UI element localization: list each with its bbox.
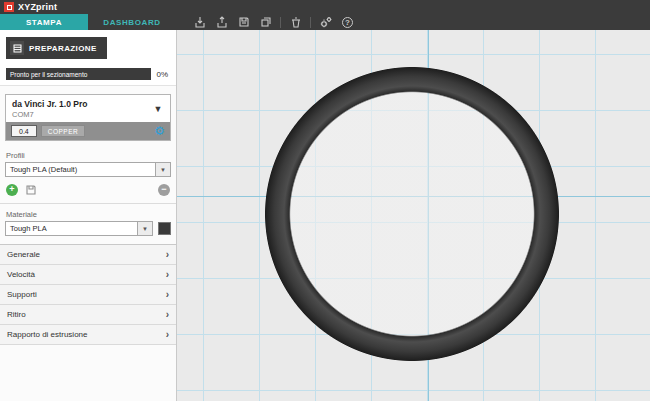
progress-label: Pronto per il sezionamento — [6, 68, 151, 80]
material-label: Materiale — [6, 210, 171, 219]
chevron-right-icon: › — [166, 250, 169, 260]
clone-icon[interactable] — [258, 15, 273, 30]
toolbar-separator — [280, 17, 281, 28]
accordion-label: Ritiro — [7, 310, 166, 319]
settings-icon[interactable] — [318, 15, 333, 30]
delete-icon[interactable] — [288, 15, 303, 30]
toolbar: ? — [192, 14, 355, 30]
export-icon[interactable] — [214, 15, 229, 30]
main-body: PREPARAZIONE Pronto per il sezionamento … — [0, 30, 650, 401]
profile-select[interactable]: Tough PLA (Default) ▼ — [5, 162, 171, 177]
printer-selector: da Vinci Jr. 1.0 Pro COM7 ▼ 0.4 COPPER ⚙ — [5, 94, 171, 141]
help-glyph: ? — [342, 17, 353, 28]
prepare-label: PREPARAZIONE — [29, 44, 97, 53]
accordion-supporti[interactable]: Supporti › — [0, 285, 176, 305]
app-title: XYZprint — [18, 2, 57, 12]
accordion-label: Velocità — [7, 270, 166, 279]
printer-dropdown-arrow-icon[interactable]: ▼ — [150, 99, 166, 119]
chevron-right-icon: › — [166, 270, 169, 280]
material-color-swatch[interactable] — [158, 222, 171, 235]
save-profile-icon[interactable] — [24, 183, 37, 196]
add-profile-button[interactable]: + — [6, 184, 18, 196]
profile-actions: + − — [5, 177, 171, 203]
slicing-progress: Pronto per il sezionamento 0% — [0, 65, 176, 86]
printer-detail-strip: 0.4 COPPER ⚙ — [6, 122, 170, 140]
accordion-velocita[interactable]: Velocità › — [0, 265, 176, 285]
profile-field: Profili Tough PLA (Default) ▼ + − — [0, 145, 176, 203]
printer-info: da Vinci Jr. 1.0 Pro COM7 — [12, 99, 150, 119]
settings-accordion: Generale › Velocità › Supporti › Ritiro … — [0, 244, 176, 345]
profile-label: Profili — [6, 151, 171, 160]
prepare-button[interactable]: PREPARAZIONE — [6, 37, 107, 59]
brand-row: XYZprint — [0, 0, 650, 14]
tab-dashboard[interactable]: DASHBOARD — [88, 14, 176, 30]
material-select[interactable]: Tough PLA ▼ — [5, 221, 153, 236]
accordion-ritiro[interactable]: Ritiro › — [0, 305, 176, 325]
accordion-rapporto-estrusione[interactable]: Rapporto di estrusione › — [0, 325, 176, 345]
header: XYZprint STAMPA DASHBOARD — [0, 0, 650, 30]
ring-model-object[interactable] — [264, 66, 560, 362]
material-field: Materiale Tough PLA ▼ — [0, 203, 176, 244]
save-as-icon[interactable] — [236, 15, 251, 30]
accordion-label: Supporti — [7, 290, 166, 299]
nozzle-size-button[interactable]: 0.4 — [11, 125, 37, 137]
material-row: Tough PLA ▼ — [5, 221, 171, 236]
printer-port: COM7 — [12, 110, 150, 119]
tab-bar: STAMPA DASHBOARD — [0, 14, 650, 30]
accordion-label: Generale — [7, 250, 166, 259]
sidebar: PREPARAZIONE Pronto per il sezionamento … — [0, 30, 177, 401]
accordion-generale[interactable]: Generale › — [0, 245, 176, 265]
slice-icon — [10, 41, 24, 55]
prepare-section: PREPARAZIONE — [0, 30, 176, 65]
help-icon[interactable]: ? — [340, 15, 355, 30]
chevron-right-icon: › — [166, 290, 169, 300]
material-select-arrow-icon: ▼ — [137, 222, 152, 235]
printer-info-row[interactable]: da Vinci Jr. 1.0 Pro COM7 ▼ — [6, 95, 170, 122]
remove-profile-button[interactable]: − — [158, 184, 170, 196]
app-window: XYZprint STAMPA DASHBOARD — [0, 0, 650, 401]
material-tag-button[interactable]: COPPER — [41, 125, 85, 137]
accordion-label: Rapporto di estrusione — [7, 330, 166, 339]
chevron-right-icon: › — [166, 330, 169, 340]
material-value: Tough PLA — [6, 222, 137, 235]
chevron-right-icon: › — [166, 310, 169, 320]
printer-name: da Vinci Jr. 1.0 Pro — [12, 99, 150, 109]
import-icon[interactable] — [192, 15, 207, 30]
app-logo-icon — [4, 2, 14, 12]
profile-value: Tough PLA (Default) — [6, 163, 155, 176]
tab-stampa[interactable]: STAMPA — [0, 14, 88, 30]
build-plate-viewport[interactable] — [177, 30, 650, 401]
sidebar-empty-area — [0, 345, 176, 401]
progress-value: 0% — [156, 70, 170, 79]
toolbar-separator — [310, 17, 311, 28]
profile-select-arrow-icon: ▼ — [155, 163, 170, 176]
printer-settings-gear-icon[interactable]: ⚙ — [154, 125, 165, 137]
